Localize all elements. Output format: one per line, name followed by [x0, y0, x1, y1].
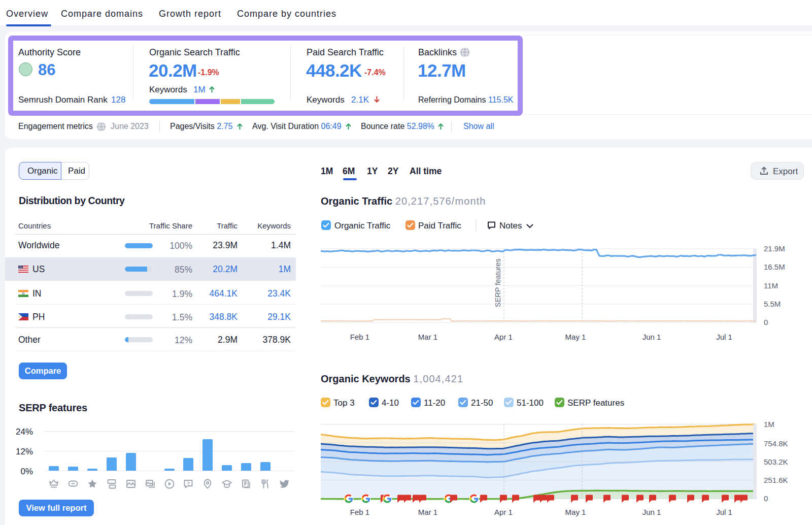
svg-text:503.2K: 503.2K — [764, 457, 788, 466]
svg-text:251.6K: 251.6K — [764, 476, 788, 484]
svg-text:May 1: May 1 — [565, 508, 586, 516]
svg-text:754.8K: 754.8K — [764, 439, 788, 448]
svg-text:Jul 1: Jul 1 — [716, 508, 732, 516]
svg-text:Apr 1: Apr 1 — [494, 508, 513, 516]
svg-text:Feb 1: Feb 1 — [350, 508, 369, 516]
svg-text:Mar 1: Mar 1 — [418, 508, 437, 516]
svg-text:1M: 1M — [764, 420, 774, 429]
svg-text:Jun 1: Jun 1 — [642, 508, 661, 516]
svg-text:0: 0 — [764, 494, 768, 503]
